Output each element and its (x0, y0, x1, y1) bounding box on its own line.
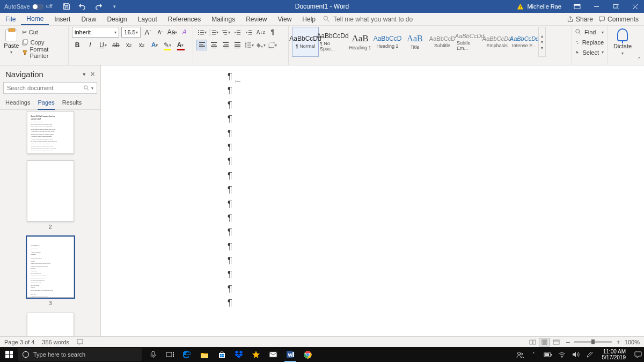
align-right-button[interactable] (220, 40, 231, 50)
redo-icon[interactable] (91, 0, 106, 13)
people-icon[interactable] (515, 351, 525, 358)
bold-button[interactable]: B (72, 40, 83, 50)
dictate-button[interactable]: Dictate ▾ (611, 27, 634, 57)
font-size-combo[interactable]: 16.5▾ (121, 27, 141, 38)
word-icon[interactable]: W (282, 347, 298, 362)
decrease-indent-button[interactable] (232, 27, 243, 38)
tray-expand-icon[interactable]: ˄ (529, 352, 539, 357)
style-title[interactable]: AaBTitle (401, 27, 428, 57)
shading-button[interactable]: ▾ (255, 40, 266, 50)
wifi-icon[interactable] (557, 352, 567, 358)
spell-check-icon[interactable] (77, 339, 84, 345)
file-explorer-icon[interactable] (196, 347, 213, 362)
nav-tab-results[interactable]: Results (62, 97, 82, 109)
pen-icon[interactable] (585, 351, 595, 358)
align-center-button[interactable] (208, 40, 219, 50)
store-icon[interactable] (214, 347, 230, 362)
style-normal[interactable]: AaBbCcDd¶ Normal (292, 27, 319, 57)
tab-draw[interactable]: Draw (76, 13, 101, 25)
style-heading1[interactable]: AaBHeading 1 (347, 27, 374, 57)
zoom-level[interactable]: 100% (625, 339, 640, 345)
tab-view[interactable]: View (273, 13, 297, 25)
italic-button[interactable]: I (85, 40, 96, 50)
notifications-icon[interactable] (633, 351, 643, 358)
tab-layout[interactable]: Layout (133, 13, 163, 25)
thumbnail-page-2[interactable] (27, 160, 74, 221)
nav-close-icon[interactable]: ✕ (90, 71, 95, 78)
ribbon-display-icon[interactable] (568, 0, 586, 13)
styles-gallery[interactable]: AaBbCcDd¶ Normal AaBbCcDd¶ No Spac... Aa… (292, 27, 568, 57)
style-subtitle[interactable]: AaBbCcDSubtitle (429, 27, 456, 57)
highlight-button[interactable]: ✎▾ (162, 40, 173, 50)
tab-home[interactable]: Home (21, 13, 49, 25)
close-icon[interactable] (626, 0, 644, 13)
undo-icon[interactable] (75, 0, 90, 13)
tab-help[interactable]: Help (297, 13, 321, 25)
page-indicator[interactable]: Page 3 of 4 (4, 339, 34, 345)
taskbar-clock[interactable]: 11:00 AM 5/17/2019 (599, 349, 630, 360)
read-mode-icon[interactable] (527, 338, 538, 346)
word-count[interactable]: 356 words (42, 339, 69, 345)
bullets-button[interactable]: ▾ (196, 27, 207, 38)
clear-formatting-button[interactable]: A (179, 27, 189, 38)
tell-me-search[interactable]: Tell me what you want to do (323, 13, 413, 25)
document-area[interactable]: ¶ ¶ ¶ ¶ ¶ ¶ ¶ ¶ ¶ ¶ ¶ ¶ ¶ ¶ ¶ ¶ ¶ (101, 65, 644, 347)
style-emphasis[interactable]: AaBbCcDdEmphasis (484, 27, 510, 57)
subscript-button[interactable]: x2 (123, 40, 134, 50)
replace-button[interactable]: Replace (575, 38, 604, 47)
zoom-in-button[interactable]: + (616, 338, 620, 346)
font-name-combo[interactable]: inherit▾ (72, 27, 119, 38)
cut-button[interactable]: ✂Cut (22, 28, 65, 37)
multilevel-list-button[interactable]: ▾ (220, 27, 231, 38)
taskbar-search[interactable]: Type here to search (18, 348, 142, 361)
underline-button[interactable]: U▾ (98, 40, 108, 50)
font-color-button[interactable]: A▾ (175, 40, 186, 50)
chrome-icon[interactable] (299, 347, 316, 362)
shrink-font-button[interactable]: A˅ (155, 27, 165, 38)
borders-button[interactable]: ▾ (267, 40, 278, 50)
text-effects-button[interactable]: A▾ (149, 40, 160, 50)
tab-file[interactable]: File (0, 13, 21, 25)
tab-insert[interactable]: Insert (49, 13, 76, 25)
battery-icon[interactable] (543, 352, 553, 357)
start-button[interactable] (0, 347, 18, 362)
thumbnail-page-1[interactable]: Sonnet 18: Shall I compare thee to asumm… (27, 111, 74, 154)
collapse-ribbon-button[interactable]: ˄ (634, 26, 644, 65)
style-heading2[interactable]: AaBbCcDHeading 2 (374, 27, 401, 57)
nav-tab-pages[interactable]: Pages (38, 97, 54, 110)
select-button[interactable]: Select▾ (575, 48, 604, 57)
line-spacing-button[interactable]: ▾ (244, 40, 254, 50)
mail-icon[interactable] (265, 347, 281, 362)
tab-mailings[interactable]: Mailings (206, 13, 240, 25)
zoom-slider[interactable] (574, 341, 612, 343)
find-button[interactable]: Find▾ (575, 28, 604, 37)
paste-button[interactable]: Paste ▾ (3, 27, 20, 57)
zoom-out-button[interactable]: − (566, 338, 570, 346)
show-marks-button[interactable]: ¶ (267, 27, 278, 38)
save-icon[interactable] (59, 0, 74, 13)
tab-references[interactable]: References (163, 13, 206, 25)
style-subtle-emphasis[interactable]: AaBbCcDdSubtle Em... (456, 27, 483, 57)
superscript-button[interactable]: x2 (136, 40, 147, 50)
volume-icon[interactable] (571, 351, 581, 358)
document-page[interactable]: ¶ ¶ ¶ ¶ ¶ ¶ ¶ ¶ ¶ ¶ ¶ ¶ ¶ ¶ ¶ ¶ ¶ (228, 70, 517, 311)
share-button[interactable]: Share (567, 16, 593, 23)
change-case-button[interactable]: Aa▾ (167, 27, 178, 38)
align-left-button[interactable] (196, 40, 207, 50)
web-layout-icon[interactable] (551, 338, 561, 346)
strikethrough-button[interactable]: ab (111, 40, 121, 50)
numbering-button[interactable]: 123▾ (208, 27, 219, 38)
dropbox-icon[interactable] (231, 347, 247, 362)
app-icon[interactable] (248, 347, 264, 362)
increase-indent-button[interactable] (244, 27, 254, 38)
format-painter-button[interactable]: Format Painter (22, 48, 65, 57)
style-no-spacing[interactable]: AaBbCcDd¶ No Spac... (319, 27, 346, 57)
grow-font-button[interactable]: A˄ (143, 27, 153, 38)
justify-button[interactable] (232, 40, 243, 50)
user-account[interactable]: Michelle Rae (511, 3, 567, 10)
comments-button[interactable]: Comments (598, 16, 639, 23)
navigation-search-input[interactable]: Search document ▾ (3, 82, 97, 94)
tab-design[interactable]: Design (101, 13, 132, 25)
print-layout-icon[interactable] (539, 338, 550, 346)
cortana-mic-icon[interactable] (145, 347, 161, 362)
